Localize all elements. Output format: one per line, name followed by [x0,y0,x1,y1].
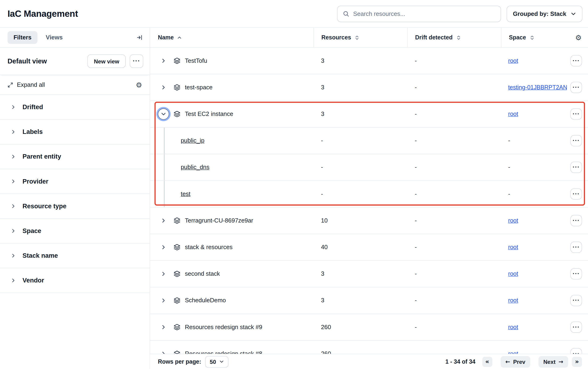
sidebar-item-labels[interactable]: Labels [0,120,150,144]
row-expand-button[interactable] [158,268,169,279]
space-link[interactable]: root [508,57,518,64]
row-drift: - [407,350,501,354]
filters-settings-button[interactable]: ⚙ [136,81,142,88]
row-menu-button[interactable]: ··· [570,215,582,226]
row-expand-button[interactable] [158,295,169,306]
row-menu-button[interactable]: ··· [570,55,582,66]
double-chevron-right-icon: » [575,359,579,365]
search-input[interactable] [353,10,495,17]
prev-page-button[interactable]: ← Prev [501,356,530,368]
stack-icon [174,217,180,224]
ellipsis-icon: ··· [573,191,580,197]
ellipsis-icon: ··· [573,271,580,277]
ellipsis-icon: ··· [573,351,580,354]
tree-guide-line [164,128,164,154]
row-resources: 40 [314,244,407,250]
row-menu-button[interactable]: ··· [570,108,582,120]
space-link[interactable]: root [508,244,518,250]
table-row: Resources redesign stack #9 260 - root ·… [150,314,588,340]
row-actions-cell: ··· [567,321,588,333]
rows-per-page-value: 50 [210,359,216,365]
row-menu-button[interactable]: ··· [570,135,582,146]
row-menu-button[interactable]: ··· [570,268,582,279]
resource-row: public_dns - - - ··· [150,154,588,181]
new-view-button[interactable]: New view [88,54,126,68]
stack-name: test-space [185,84,213,91]
sidebar-item-space[interactable]: Space [0,219,150,244]
sidebar-item-stack-name[interactable]: Stack name [0,244,150,268]
row-actions-cell: ··· [567,348,588,354]
grouped-by-select[interactable]: Grouped by: Stack [507,5,582,22]
sidebar-item-parent-entity[interactable]: Parent entity [0,144,150,169]
space-link[interactable]: root [508,324,518,330]
row-space-cell: testing-01JBBRPT2AN [501,84,567,91]
collapse-sidebar-button[interactable] [136,34,143,41]
chevron-right-icon [161,112,166,117]
space-link[interactable]: testing-01JBBRPT2AN [508,84,567,90]
column-header-name[interactable]: Name [150,28,313,47]
view-menu-button[interactable]: ··· [130,54,143,68]
table-row: second stack 3 - root ··· [150,261,588,287]
first-page-button[interactable]: « [482,357,492,367]
sidebar-item-provider[interactable]: Provider [0,169,150,194]
last-page-button[interactable]: » [572,357,582,367]
row-actions-cell: ··· [567,108,588,120]
row-menu-button[interactable]: ··· [570,295,582,306]
resources-table: Name Resources Drift detected [150,28,588,369]
stack-name: Resources redesign stack #9 [185,324,262,330]
row-menu-button[interactable]: ··· [570,321,582,333]
rows-per-page-select[interactable]: 50 [205,356,228,368]
sidebar-item-vendor[interactable]: Vendor [0,268,150,293]
space-link[interactable]: root [508,217,518,224]
sidebar-item-drifted[interactable]: Drifted [0,95,150,120]
space-link[interactable]: root [508,297,518,303]
sort-icon [456,35,461,40]
row-resources: 3 [314,297,407,304]
column-header-drift-detected[interactable]: Drift detected [407,28,501,47]
sidebar-item-resource-type[interactable]: Resource type [0,194,150,219]
row-menu-button[interactable]: ··· [570,242,582,253]
row-menu-button[interactable]: ··· [570,162,582,173]
grouped-by-label: Grouped by: Stack [513,10,566,17]
resource-link[interactable]: test [181,191,190,197]
column-label: Space [509,34,526,41]
row-menu-button[interactable]: ··· [570,348,582,354]
next-page-button[interactable]: Next → [538,356,568,368]
row-actions-cell: ··· [567,215,588,226]
row-menu-button[interactable]: ··· [570,188,582,199]
row-expand-button[interactable] [158,242,169,253]
row-expand-button[interactable] [158,215,169,226]
column-label: Name [158,34,174,41]
tab-filters[interactable]: Filters [8,31,38,44]
stack-name: Test EC2 instance [185,111,233,117]
stack-name: Terragrunt-CU-8697ze9ar [185,217,253,224]
row-expand-button[interactable] [158,321,169,333]
row-expand-button[interactable] [158,55,169,66]
table-settings-button[interactable]: ⚙ [575,34,581,41]
column-header-space[interactable]: Space [501,28,567,47]
row-drift: - [407,84,501,91]
row-space-cell: root [501,217,567,224]
row-name-cell: Terragrunt-CU-8697ze9ar [150,215,313,226]
row-expand-button[interactable] [158,348,169,354]
space-link[interactable]: root [508,271,518,277]
row-menu-button[interactable]: ··· [570,82,582,93]
resource-link[interactable]: public_ip [181,137,204,144]
stack-icon [174,324,180,330]
tab-views[interactable]: Views [46,34,63,41]
chevron-right-icon [11,278,16,283]
expand-all-button[interactable]: Expand all [17,82,45,88]
row-expand-button[interactable] [158,108,169,120]
column-header-resources[interactable]: Resources [314,28,407,47]
stack-name: second stack [185,271,220,277]
row-expand-button[interactable] [158,82,169,93]
double-chevron-left-icon: « [485,359,489,365]
row-resources: 260 [314,350,407,354]
arrow-left-icon: ← [506,359,510,364]
search-input-wrapper[interactable] [337,5,501,22]
stack-name: Resources redesign stack #8 [185,350,262,354]
resource-link[interactable]: public_dns [181,164,209,171]
chevron-down-icon [219,359,224,364]
space-link[interactable]: root [508,350,518,354]
space-link[interactable]: root [508,111,518,117]
